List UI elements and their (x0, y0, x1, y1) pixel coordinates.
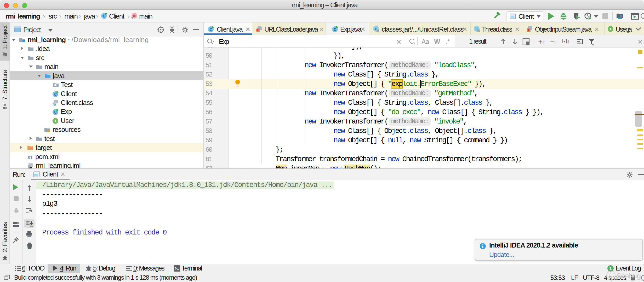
svg-text:I: I (55, 119, 56, 123)
svg-text:01: 01 (53, 104, 56, 106)
svg-text:m: m (133, 14, 135, 18)
svg-text:C: C (54, 92, 57, 97)
svg-text:C: C (334, 27, 336, 32)
svg-text:J: J (257, 29, 258, 32)
svg-text:J: J (528, 29, 529, 32)
svg-text:I: I (610, 27, 611, 31)
svg-text:C: C (209, 27, 212, 32)
svg-text:1: 1 (609, 266, 612, 271)
svg-text:C: C (103, 14, 105, 19)
svg-text:m: m (27, 154, 32, 160)
svg-text:C: C (54, 110, 57, 115)
